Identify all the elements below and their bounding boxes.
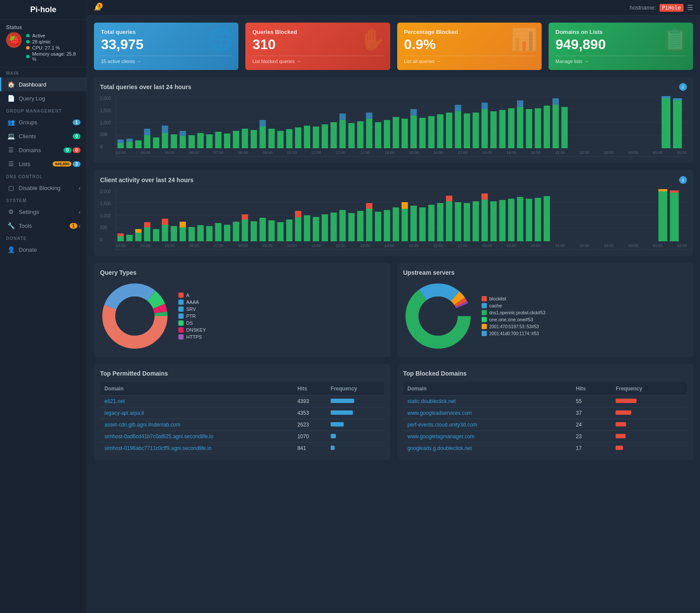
chart2-x-21: 21:00 (555, 243, 565, 248)
svg-rect-139 (670, 190, 679, 193)
domain-cell[interactable]: simhost-0ad6cd41b7c0af625.agni.secondlif… (100, 431, 293, 443)
svg-rect-79 (135, 233, 142, 241)
lists-badge-area: 949,890 3 (53, 161, 80, 167)
svg-rect-5 (117, 140, 124, 143)
svg-rect-86 (171, 226, 177, 241)
chart1-x-03: 03:00 (116, 150, 126, 155)
percentage-icon: 📊 (510, 27, 537, 52)
svg-rect-28 (277, 131, 284, 148)
chart2-x-17: 17:00 (458, 243, 468, 248)
chart1-y2: 500 (100, 132, 116, 137)
brand-title: Pi-hole (7, 5, 80, 14)
percentage-link[interactable]: List all queries → (404, 56, 535, 64)
total-queries-link[interactable]: 15 active clients → (101, 56, 231, 64)
svg-rect-16 (180, 131, 186, 136)
sidebar-item-tools[interactable]: 🔧 Tools 1 ‹ (0, 219, 87, 233)
stat-card-total-queries: 🌐 Total queries 33,975 15 active clients… (94, 23, 238, 70)
svg-rect-136 (658, 191, 667, 241)
sidebar-item-dashboard[interactable]: 🏠 Dashboard (0, 77, 87, 91)
svg-rect-77 (117, 233, 124, 236)
total-queries-arrow-icon: → (137, 59, 141, 64)
domains-link[interactable]: Manage lists → (556, 56, 686, 64)
sidebar-item-disable-blocking[interactable]: ▢ Disable Blocking ‹ (0, 181, 87, 195)
freq-cell (326, 396, 384, 407)
chart2-x-04: 04:00 (141, 243, 151, 248)
svg-rect-100 (277, 222, 284, 241)
svg-rect-13 (162, 126, 168, 133)
sidebar-item-groups[interactable]: 👥 Groups 1 (0, 115, 87, 129)
settings-icon: ⚙ (7, 208, 14, 215)
domain-cell[interactable]: googleads.g.doubleclick.net (403, 443, 572, 454)
domain-cell[interactable]: perf-events.cloud.unity3d.com (403, 419, 572, 431)
freq-bar-icon (616, 434, 626, 438)
freq-bar-icon (331, 446, 335, 450)
chart1-info-icon[interactable]: i (679, 83, 687, 91)
svg-rect-12 (162, 133, 168, 148)
chart2-y2: 500 (100, 225, 116, 230)
domain-cell[interactable]: asset-cdn.glb.agni.lindenlab.com (100, 419, 293, 431)
svg-rect-91 (206, 226, 213, 241)
hamburger-icon[interactable]: ☰ (687, 3, 693, 12)
lists-badge-num: 3 (73, 161, 80, 167)
chart2-x-12: 12:00 (336, 243, 346, 248)
chart2-x-07: 07:00 (214, 243, 224, 248)
settings-arrow: ‹ (79, 209, 80, 215)
domain-cell[interactable]: www.googletagmanager.com (403, 431, 572, 443)
svg-rect-105 (313, 217, 319, 241)
domain-cell[interactable]: legacy-api.arpa.li (100, 407, 293, 419)
donate-section-label: DONATE (0, 233, 87, 243)
svg-rect-117 (402, 202, 408, 209)
chart2-x-19: 19:00 (506, 243, 516, 248)
svg-rect-46 (410, 109, 417, 116)
queries-blocked-link[interactable]: List blocked queries → (252, 56, 383, 64)
sidebar-item-clients[interactable]: 💻 Clients 0 (0, 129, 87, 143)
svg-rect-120 (428, 205, 435, 241)
sidebar-item-settings[interactable]: ⚙ Settings ‹ (0, 205, 87, 219)
svg-rect-35 (339, 120, 346, 148)
freq-cell (326, 407, 384, 419)
domain-cell[interactable]: static.doubleclick.net (403, 396, 572, 407)
sidebar-item-donate[interactable]: 👤 Donate (0, 243, 87, 257)
upstream-servers-title: Upstream servers (403, 269, 687, 276)
domains-badge-red: 0 (73, 147, 80, 153)
svg-rect-59 (508, 108, 515, 148)
hits-cell: 37 (572, 407, 612, 419)
chart2-x-03: 03:00 (116, 243, 126, 248)
sidebar-item-lists[interactable]: ☰ Lists 949,890 3 (0, 157, 87, 171)
domain-cell[interactable]: www.googleadservices.com (403, 407, 572, 419)
legend-oneone: one.one.one.one#53 (482, 317, 546, 322)
svg-rect-32 (313, 127, 319, 148)
svg-rect-17 (188, 135, 195, 148)
chart1-y5: 2,000 (100, 96, 116, 101)
svg-rect-58 (499, 110, 506, 148)
svg-rect-19 (206, 134, 213, 148)
table-row: static.doubleclick.net 55 (403, 396, 687, 407)
svg-rect-38 (357, 121, 364, 148)
domain-cell[interactable]: e621.net (100, 396, 293, 407)
svg-point-145 (115, 297, 154, 336)
svg-rect-25 (259, 127, 266, 148)
chart1-x-15: 15:00 (409, 150, 419, 155)
svg-rect-43 (393, 117, 399, 148)
sidebar-item-querylog[interactable]: 📄 Query Log (0, 91, 87, 105)
svg-rect-124 (455, 202, 461, 241)
lists-badge-count: 949,890 (53, 161, 71, 167)
chart1-x-10: 10:00 (287, 150, 297, 155)
hits-cell: 4353 (293, 407, 326, 419)
chart1-x-09: 09:00 (262, 150, 272, 155)
svg-rect-23 (242, 129, 248, 148)
tables-row: Top Permitted Domains Domain Hits Freque… (94, 364, 693, 460)
svg-rect-94 (233, 222, 239, 241)
svg-rect-49 (437, 114, 444, 148)
hits-cell: 24 (572, 419, 612, 431)
notification-bell[interactable]: 🔔 1 (94, 4, 101, 11)
legend-ipv6-2: 2001:41d0:700:1174::#53 (482, 331, 546, 336)
chart2-info-icon[interactable]: i (679, 176, 687, 184)
chart2-x-06: 06:00 (189, 243, 199, 248)
svg-rect-113 (375, 212, 382, 241)
freq-cell (611, 431, 687, 443)
sidebar-item-domains[interactable]: ☰ Domains 0 0 (0, 143, 87, 157)
domains-arrow-icon: → (584, 59, 589, 64)
top-permitted-table: Domain Hits Frequency e621.net 4393 lega… (100, 382, 384, 454)
domain-cell[interactable]: simhost-0196abc7711c0cff9.agni.secondlif… (100, 443, 293, 454)
